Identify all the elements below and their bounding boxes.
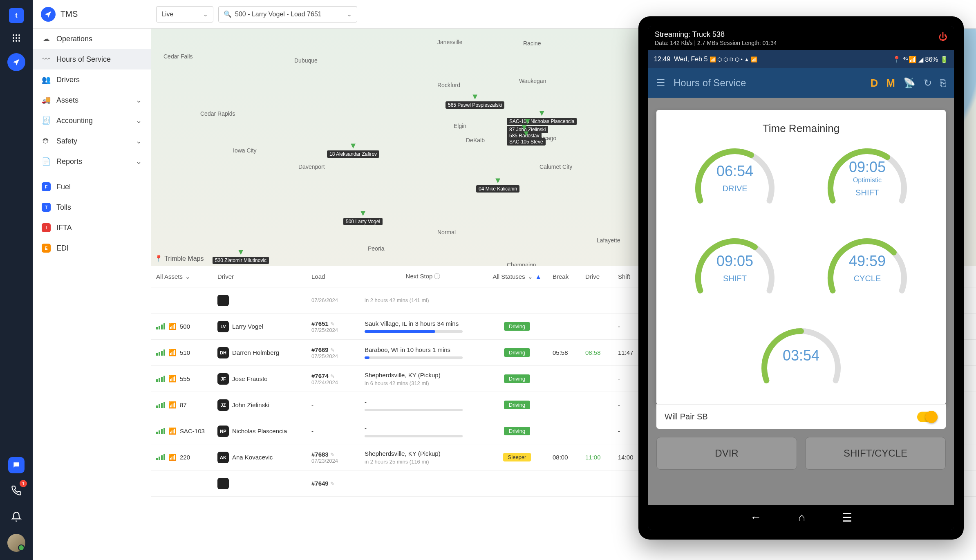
filter-statuses[interactable]: All Statuses ⌄ ▲ — [486, 273, 548, 280]
rail-chat-icon[interactable] — [8, 457, 25, 473]
nav-item-assets[interactable]: 🚚Assets⌄ — [33, 90, 151, 110]
pair-toggle[interactable] — [917, 412, 938, 422]
edit-icon[interactable]: ✎ — [330, 321, 335, 327]
driver-badge: AK — [217, 452, 229, 463]
app-icon — [41, 7, 56, 22]
sort-icon: ▲ — [535, 273, 542, 280]
map-city-label: Janesville — [437, 39, 462, 45]
dvir-button[interactable]: DVIR — [656, 437, 797, 470]
shift-value: - — [618, 323, 620, 330]
nav-label: Accounting — [56, 116, 93, 125]
nav-item-safety[interactable]: ⛑Safety⌄ — [33, 131, 151, 151]
map-city-label: Champaign — [507, 262, 536, 266]
gauge-drive: 06:54 DRIVE — [688, 143, 782, 225]
th-break[interactable]: Break — [548, 273, 580, 280]
nav-label: Operations — [56, 35, 92, 43]
hamburger-icon[interactable]: ☰ — [656, 77, 665, 89]
svg-point-8 — [18, 40, 20, 42]
chevron-down-icon: ⌄ — [347, 10, 352, 18]
info-icon: ⓘ — [434, 273, 440, 280]
logout-icon[interactable]: ⎘ — [940, 77, 946, 89]
nav-badge-icon: F — [42, 182, 51, 191]
app-header-title: Hours of Service — [674, 77, 862, 89]
status-date: Wed, Feb 5 — [674, 56, 707, 63]
search-dropdown[interactable]: 🔍 500 - Larry Vogel - Load 7651 ⌄ — [218, 6, 357, 22]
th-next[interactable]: Next Stop ⓘ — [360, 273, 486, 280]
edit-icon[interactable]: ✎ — [330, 347, 335, 353]
asset-id: 220 — [180, 454, 190, 461]
nav-item-ifta[interactable]: IIFTA — [33, 217, 151, 238]
nav-item-operations[interactable]: ☁Operations — [33, 29, 151, 49]
svg-point-2 — [18, 34, 20, 36]
refresh-icon[interactable]: ↻ — [924, 77, 932, 89]
map-marker[interactable]: ▼565 Pawel Pospieszalski — [445, 92, 504, 109]
map-city-label: Cedar Rapids — [200, 110, 235, 117]
edit-icon[interactable]: ✎ — [330, 452, 335, 458]
th-driver[interactable]: Driver — [213, 273, 307, 280]
map-city-label: Peoria — [368, 245, 384, 252]
nav-label: Drivers — [56, 76, 80, 84]
map-marker[interactable]: ▼SAC-105 Steve — [507, 129, 546, 146]
header-m-icon[interactable]: M — [886, 77, 895, 90]
home-icon[interactable]: ⌂ — [798, 511, 805, 524]
nav-item-edi[interactable]: EEDI — [33, 238, 151, 258]
shiftcycle-button[interactable]: SHIFT/CYCLE — [805, 437, 946, 470]
mode-dropdown[interactable]: Live ⌄ — [156, 6, 213, 22]
rail-avatar[interactable] — [7, 534, 25, 552]
map-city-label: Iowa City — [233, 147, 257, 154]
th-load[interactable]: Load — [307, 273, 360, 280]
header-d-icon[interactable]: D — [871, 77, 878, 90]
nav-item-reports[interactable]: 📄Reports⌄ — [33, 151, 151, 172]
load-number: #7669 — [311, 346, 329, 353]
nav-icon: 🧾 — [42, 116, 51, 125]
next-stop-text: Sauk Village, IL in 3 hours 34 mins — [365, 320, 459, 327]
power-icon[interactable]: ⏻ — [938, 32, 947, 43]
nav-label: Assets — [56, 96, 78, 105]
next-stop-text: Shepherdsville, KY (Pickup) — [365, 450, 441, 457]
map-marker[interactable]: ▼04 Mike Kalicanin — [476, 176, 519, 193]
shift-value: - — [618, 375, 620, 382]
edit-icon[interactable]: ✎ — [330, 373, 335, 379]
phone-badge: 1 — [20, 480, 27, 487]
back-icon[interactable]: ← — [750, 511, 761, 524]
nav-item-drivers[interactable]: 👥Drivers — [33, 69, 151, 90]
broadcast-icon[interactable]: 📡 — [903, 77, 916, 89]
chevron-down-icon: ⌄ — [528, 273, 533, 280]
driver-badge: LV — [217, 321, 229, 332]
nav-item-accounting[interactable]: 🧾Accounting⌄ — [33, 110, 151, 131]
status-pill: Sleeper — [503, 453, 531, 461]
nav-item-hours-of-service[interactable]: 〰Hours of Service — [33, 49, 151, 69]
map-marker[interactable]: ▼530 Zlatomir Milutinovic — [213, 247, 269, 264]
map-marker[interactable]: ▼500 Larry Vogel — [343, 208, 383, 225]
rail-apps-icon[interactable] — [7, 29, 25, 47]
rail-logo-icon[interactable]: t — [9, 8, 24, 23]
device-app-header: ☰ Hours of Service D M 📡 ↻ ⎘ — [648, 68, 954, 98]
driver-name: Jose Frausto — [232, 375, 268, 382]
recents-icon[interactable]: ☰ — [842, 511, 852, 524]
signal-icon — [156, 428, 165, 434]
wifi-icon: 📶 — [168, 427, 177, 435]
nav-item-fuel[interactable]: FFuel — [33, 177, 151, 197]
map-city-label: Normal — [437, 229, 456, 235]
driver-badge: JF — [217, 373, 229, 385]
map-marker[interactable]: ▼18 Aleksandar Zafirov — [327, 141, 379, 158]
wifi-icon: 📶 — [168, 323, 177, 330]
progress-bar — [365, 409, 463, 411]
sidebar-header: TMS — [33, 0, 151, 29]
rail-tms-icon[interactable] — [7, 53, 25, 71]
nav-label: IFTA — [56, 224, 72, 232]
asset-id: SAC-103 — [180, 428, 205, 435]
shift-value: - — [618, 401, 620, 408]
th-drive[interactable]: Drive — [580, 273, 613, 280]
nav-icon: ☁ — [42, 34, 51, 43]
marker-label: 04 Mike Kalicanin — [476, 185, 519, 193]
next-stop-sub: in 6 hours 42 mins (312 mi) — [365, 380, 429, 386]
driver-name: Nicholas Plascencia — [232, 428, 287, 435]
rail-phone-icon[interactable]: 1 — [7, 482, 25, 500]
chevron-down-icon: ⌄ — [136, 137, 142, 146]
rail-bell-icon[interactable] — [7, 508, 25, 526]
edit-icon[interactable]: ✎ — [330, 481, 335, 487]
filter-assets[interactable]: All Assets ⌄ — [151, 273, 213, 280]
nav-icon: 🚚 — [42, 96, 51, 105]
nav-item-tolls[interactable]: TTolls — [33, 197, 151, 217]
